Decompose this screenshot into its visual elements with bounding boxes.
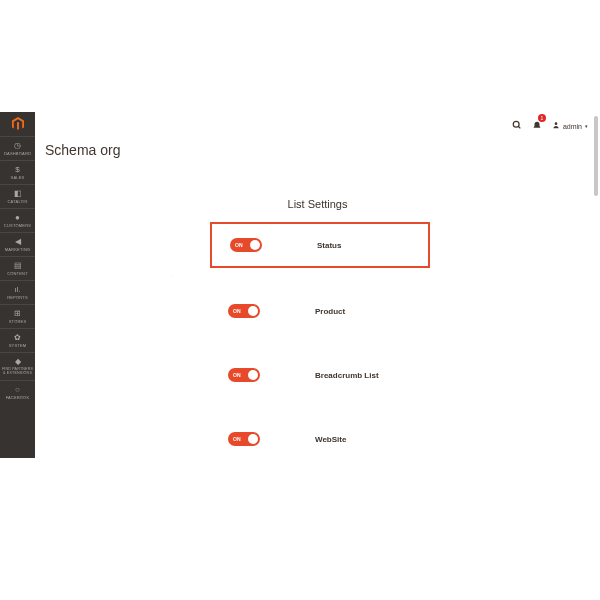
toggle-knob	[248, 306, 258, 316]
sidebar-item-stores[interactable]: ⊞STORES	[0, 304, 35, 328]
sidebar-item-sales[interactable]: $SALES	[0, 160, 35, 184]
customers-icon: ●	[15, 214, 20, 222]
system-icon: ✿	[14, 334, 21, 342]
sidebar-item-label: CUSTOMERS	[3, 224, 32, 228]
sidebar-item-label: MARKETING	[4, 248, 32, 252]
sidebar-item-reports[interactable]: ıl.REPORTS	[0, 280, 35, 304]
scrollbar-thumb[interactable]	[594, 116, 598, 196]
sidebar-item-label: CONTENT	[6, 272, 29, 276]
sidebar-item-customers[interactable]: ●CUSTOMERS	[0, 208, 35, 232]
page-title: Schema org	[35, 140, 600, 158]
setting-row-status: ONStatus	[210, 222, 430, 268]
sidebar-item-label: FACEBOOK	[5, 396, 31, 400]
setting-label: Product	[315, 307, 345, 316]
sidebar-item-label: REPORTS	[6, 296, 29, 300]
toggle-breadcrumb-list[interactable]: ON	[228, 368, 260, 382]
toggle-status[interactable]: ON	[230, 238, 262, 252]
section-title: List Settings	[35, 198, 600, 210]
sidebar-item-content[interactable]: ▤CONTENT	[0, 256, 35, 280]
stores-icon: ⊞	[14, 310, 21, 318]
toggle-state-label: ON	[233, 436, 241, 442]
sidebar-item-label: SALES	[10, 176, 26, 180]
svg-line-3	[170, 275, 174, 276]
toggle-knob	[248, 370, 258, 380]
toggle-website[interactable]: ON	[228, 432, 260, 446]
facebook-icon: ○	[15, 386, 20, 394]
notification-badge: 1	[538, 114, 546, 122]
setting-label: WebSite	[315, 435, 346, 444]
settings-list: ONStatusONProductONBreadcrumb ListONWebS…	[210, 222, 600, 458]
setting-row-product: ONProduct	[210, 290, 430, 332]
search-icon[interactable]	[512, 120, 522, 132]
marketing-icon: ◀	[15, 238, 21, 246]
svg-point-2	[555, 122, 558, 125]
sidebar-item-catalog[interactable]: ◧CATALOG	[0, 184, 35, 208]
setting-row-website: ONWebSite	[210, 418, 430, 458]
sidebar-item-label: CATALOG	[7, 200, 29, 204]
toggle-state-label: ON	[233, 372, 241, 378]
main-scrollbar[interactable]	[594, 116, 598, 454]
user-label: admin	[563, 123, 582, 130]
magento-logo-icon	[12, 117, 24, 131]
user-menu[interactable]: admin ▾	[552, 121, 588, 131]
admin-sidebar: ◷DASHBOARD$SALES◧CATALOG●CUSTOMERS◀MARKE…	[0, 112, 35, 458]
find-partners-extensions-icon: ◆	[15, 358, 21, 366]
reports-icon: ıl.	[14, 286, 20, 294]
notifications-button[interactable]: 1	[532, 117, 542, 135]
setting-label: Status	[317, 241, 341, 250]
setting-label: Breadcrumb List	[315, 371, 379, 380]
svg-point-0	[513, 121, 519, 127]
sales-icon: $	[15, 166, 19, 174]
sidebar-item-label: DASHBOARD	[3, 152, 32, 156]
svg-line-1	[518, 126, 520, 128]
sidebar-item-label: STORES	[8, 320, 28, 324]
user-icon	[552, 121, 560, 131]
sidebar-item-facebook[interactable]: ○FACEBOOK	[0, 380, 35, 404]
main-panel: 1 admin ▾ Schema org List Settings ONSta…	[35, 112, 600, 458]
toggle-product[interactable]: ON	[228, 304, 260, 318]
content-icon: ▤	[14, 262, 22, 270]
sidebar-item-system[interactable]: ✿SYSTEM	[0, 328, 35, 352]
toggle-state-label: ON	[233, 308, 241, 314]
sidebar-item-label: SYSTEM	[8, 344, 28, 348]
sidebar-item-marketing[interactable]: ◀MARKETING	[0, 232, 35, 256]
top-bar: 1 admin ▾	[35, 112, 600, 140]
toggle-knob	[250, 240, 260, 250]
catalog-icon: ◧	[14, 190, 22, 198]
setting-row-breadcrumb-list: ONBreadcrumb List	[210, 354, 430, 396]
sidebar-item-label: FIND PARTNERS & EXTENSIONS	[0, 368, 35, 376]
sidebar-item-dashboard[interactable]: ◷DASHBOARD	[0, 136, 35, 160]
bell-icon	[532, 122, 542, 133]
sidebar-item-find-partners-extensions[interactable]: ◆FIND PARTNERS & EXTENSIONS	[0, 352, 35, 380]
dashboard-icon: ◷	[14, 142, 21, 150]
chevron-down-icon: ▾	[585, 123, 588, 129]
toggle-state-label: ON	[235, 242, 243, 248]
magento-logo	[0, 112, 35, 136]
toggle-knob	[248, 434, 258, 444]
